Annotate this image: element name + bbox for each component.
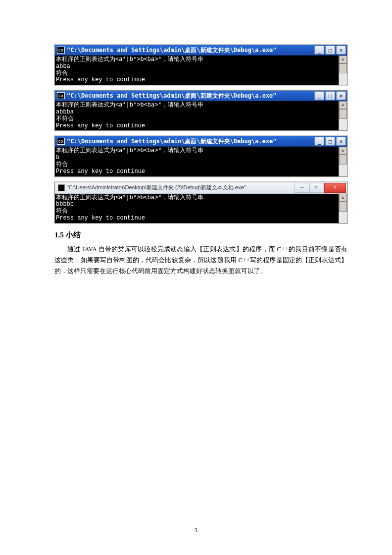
console-output: 本程序的正则表达式为<a*|b*>b<ba>*，请输入符号串 bbbbb 符合 … [55, 194, 347, 223]
console-line: 本程序的正则表达式为<a*|b*>b<ba>*，请输入符号串 [56, 148, 345, 155]
scrollbar[interactable] [339, 56, 347, 85]
maximize-button[interactable]: □ [309, 183, 324, 193]
console-output: 本程序的正则表达式为<a*|b*>b<ba>*，请输入符号串 b 符合 Pres… [55, 147, 347, 176]
close-button[interactable]: × [336, 91, 346, 100]
minimize-button[interactable]: ─ [294, 183, 309, 193]
console-line: Press any key to continue [56, 77, 345, 84]
cmd-icon [58, 184, 65, 191]
console-window-2: cx "C:\Documents and Settings\admin\桌面\新… [54, 90, 347, 131]
titlebar: cx "C:\Documents and Settings\admin\桌面\新… [55, 45, 347, 56]
scrollbar[interactable] [339, 101, 347, 130]
close-button[interactable]: × [336, 46, 346, 55]
window-title: "C:\Documents and Settings\admin\桌面\新建文件… [67, 137, 314, 146]
scrollbar[interactable] [339, 194, 347, 223]
console-line: 本程序的正则表达式为<a*|b*>b<ba>*，请输入符号串 [56, 56, 345, 63]
cmd-icon: cx [57, 47, 65, 54]
console-line: b [56, 155, 345, 162]
maximize-button[interactable]: □ [325, 137, 335, 146]
page-number: 3 [0, 527, 392, 534]
titlebar: cx "C:\Documents and Settings\admin\桌面\新… [55, 136, 347, 147]
console-line: 不符合 [56, 116, 345, 123]
cmd-icon: cx [57, 92, 65, 99]
section-heading: 1.5 小结 [54, 230, 347, 240]
cmd-icon: cx [57, 138, 65, 145]
console-line: abbba [56, 109, 345, 116]
minimize-button[interactable]: _ [314, 46, 324, 55]
minimize-button[interactable]: _ [314, 137, 324, 146]
scrollbar[interactable] [339, 147, 347, 176]
window-title: "C:\Documents and Settings\admin\桌面\新建文件… [67, 46, 314, 55]
console-line: 本程序的正则表达式为<a*|b*>b<ba>*，请输入符号串 [56, 195, 345, 202]
console-window-1: cx "C:\Documents and Settings\admin\桌面\新… [54, 45, 347, 85]
window-title: "C:\Documents and Settings\admin\桌面\新建文件… [67, 92, 314, 100]
console-output: 本程序的正则表达式为<a*|b*>b<ba>*，请输入符号串 abba 符合 P… [55, 56, 347, 85]
maximize-button[interactable]: □ [325, 91, 335, 100]
console-line: 本程序的正则表达式为<a*|b*>b<ba>*，请输入符号串 [56, 102, 345, 109]
close-button[interactable]: × [324, 183, 346, 193]
console-window-4: "C:\Users\Administrator\Desktop\新建文件夹 (2… [54, 182, 347, 223]
console-line: Press any key to continue [56, 215, 345, 222]
console-line: 符合 [56, 208, 345, 215]
minimize-button[interactable]: _ [314, 91, 324, 100]
console-line: Press any key to continue [56, 168, 345, 175]
window-title: "C:\Users\Administrator\Desktop\新建文件夹 (2… [67, 184, 294, 191]
close-button[interactable]: × [336, 137, 346, 146]
console-line: abba [56, 63, 345, 70]
maximize-button[interactable]: □ [325, 46, 335, 55]
console-line: Press any key to continue [56, 123, 345, 130]
console-window-3: cx "C:\Documents and Settings\admin\桌面\新… [54, 136, 347, 176]
titlebar: cx "C:\Documents and Settings\admin\桌面\新… [55, 91, 347, 101]
console-line: bbbbb [56, 201, 345, 208]
console-output: 本程序的正则表达式为<a*|b*>b<ba>*，请输入符号串 abbba 不符合… [55, 101, 347, 130]
console-line: 符合 [56, 162, 345, 168]
console-line: 符合 [56, 70, 345, 77]
paragraph: 通过 JAVA 自带的类库可以轻松完成动态输入【正则表达式】的程序，而 C++的… [54, 244, 347, 277]
titlebar: "C:\Users\Administrator\Desktop\新建文件夹 (2… [55, 182, 347, 194]
